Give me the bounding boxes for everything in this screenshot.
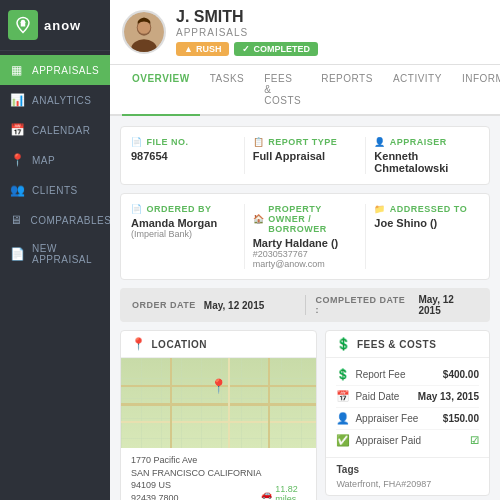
people-info-row: 📄 Ordered By Amanda Morgan (Imperial Ban… — [120, 193, 490, 280]
sidebar-label-clients: Clients — [32, 185, 78, 196]
addressed-to-name: Joe Shino () — [374, 217, 479, 229]
fee-row-paid-date: 📅 Paid Date May 13, 2015 — [336, 386, 479, 408]
appraiser-icon: 👤 — [374, 137, 386, 147]
home-icon: 🏠 — [253, 214, 265, 224]
logo-icon — [8, 10, 38, 40]
fee-name-paid-date: 📅 Paid Date — [336, 390, 399, 403]
tab-bar: Overview Tasks Fees & Costs Reports Acti… — [110, 65, 500, 116]
sidebar: anow ▦ Appraisals 📊 Analytics 📅 Calendar… — [0, 0, 110, 500]
ordered-by-name: Amanda Morgan — [131, 217, 236, 229]
tab-overview[interactable]: Overview — [122, 65, 200, 116]
date-row: Order Date May, 12 2015 Completed Date :… — [120, 288, 490, 322]
main-content: J. SMITH APPRAISALS ▲ RUSH ✓ COMPLETED O… — [110, 0, 500, 500]
map-road-v1 — [170, 358, 172, 448]
avatar — [122, 10, 166, 54]
svg-rect-1 — [21, 23, 26, 27]
fee-amount-paid-date: May 13, 2015 — [418, 391, 479, 402]
map-distance: 🚗 11.82 miles — [261, 484, 306, 500]
folder-icon: 📁 — [374, 204, 386, 214]
comparables-icon: 🖥 — [10, 213, 23, 227]
sidebar-label-calendar: Calendar — [32, 125, 90, 136]
rush-badge: ▲ RUSH — [176, 42, 229, 56]
tab-reports[interactable]: Reports — [311, 65, 383, 116]
fees-column: 💲 Fees & Costs 💲 Report Fee $400.00 — [325, 330, 490, 500]
tab-activity[interactable]: Activity — [383, 65, 452, 116]
clients-icon: 👥 — [10, 183, 24, 197]
sidebar-item-comparables[interactable]: 🖥 Comparables — [0, 205, 110, 235]
status-badges: ▲ RUSH ✓ COMPLETED — [176, 42, 488, 56]
two-col-section: 📍 Location 📍 — [120, 330, 490, 500]
fee-amount-appraiser-paid: ☑ — [470, 435, 479, 446]
appraiser-value: Kenneth Chmetalowski — [374, 150, 479, 174]
tags-label: Tags — [336, 464, 479, 475]
location-card: 📍 Location 📍 — [120, 330, 317, 500]
appraiser-label: 👤 Appraiser — [374, 137, 479, 147]
fee-amount-report: $400.00 — [443, 369, 479, 380]
addressed-to-card: 📁 Addressed To Joe Shino () — [374, 204, 479, 269]
app-logo: anow — [0, 0, 110, 51]
fees-title: Fees & Costs — [357, 339, 436, 350]
map-icon: 📍 — [10, 153, 24, 167]
tab-tasks[interactable]: Tasks — [200, 65, 255, 116]
location-icon: 📍 — [131, 337, 147, 351]
report-type-value: Full Appraisal — [253, 150, 358, 162]
person-subtitle: APPRAISALS — [176, 27, 488, 38]
sidebar-item-clients[interactable]: 👥 Clients — [0, 175, 110, 205]
tab-fees-costs[interactable]: Fees & Costs — [254, 65, 311, 116]
property-owner-phone: #2030537767 — [253, 249, 358, 259]
fees-header: 💲 Fees & Costs — [326, 331, 489, 358]
sidebar-item-calendar[interactable]: 📅 Calendar — [0, 115, 110, 145]
file-info-row: 📄 File No. 987654 📋 Report Type Full App… — [120, 126, 490, 185]
tags-value: Waterfront, FHA#20987 — [336, 479, 479, 489]
appraiser-card: 👤 Appraiser Kenneth Chmetalowski — [374, 137, 479, 174]
order-icon: 📄 — [131, 204, 143, 214]
sidebar-label-appraisals: Appraisals — [32, 65, 99, 76]
fee-name-appraiser: 👤 Appraiser Fee — [336, 412, 418, 425]
map-marker: 📍 — [210, 378, 227, 394]
completed-date-item: Completed Date : May, 12 2015 — [316, 294, 479, 316]
person-name: J. SMITH — [176, 8, 488, 26]
car-icon: 🚗 — [261, 489, 272, 499]
map-info: 1770 Pacific Ave SAN FRANCISCO CALIFORNI… — [121, 448, 316, 500]
calendar-icon: 📅 — [10, 123, 24, 137]
sidebar-nav: ▦ Appraisals 📊 Analytics 📅 Calendar 📍 Ma… — [0, 51, 110, 500]
fee-row-appraiser-paid: ✅ Appraiser Paid ☑ — [336, 430, 479, 451]
location-column: 📍 Location 📍 — [120, 330, 317, 500]
location-header: 📍 Location — [121, 331, 316, 358]
fee-row-report: 💲 Report Fee $400.00 — [336, 364, 479, 386]
completed-badge: ✓ COMPLETED — [234, 42, 318, 56]
map-road-v2 — [228, 358, 230, 448]
sidebar-item-appraisals[interactable]: ▦ Appraisals — [0, 55, 110, 85]
sidebar-label-map: Map — [32, 155, 55, 166]
fees-table: 💲 Report Fee $400.00 📅 Paid Date — [326, 358, 489, 457]
map-container: 📍 — [121, 358, 316, 448]
tags-section: Tags Waterfront, FHA#20987 — [326, 458, 489, 495]
map-road-h2 — [121, 403, 316, 406]
report-type-card: 📋 Report Type Full Appraisal — [253, 137, 358, 174]
sidebar-label-comparables: Comparables — [31, 215, 112, 226]
new-appraisal-icon: 📄 — [10, 247, 24, 261]
check-fee-icon: ✅ — [336, 434, 350, 447]
check-icon: ✓ — [242, 44, 250, 54]
order-date-item: Order Date May, 12 2015 — [132, 300, 295, 311]
tab-information[interactable]: Information — [452, 65, 500, 116]
sidebar-label-new-appraisal: New Appraisal — [32, 243, 100, 265]
ordered-by-card: 📄 Ordered By Amanda Morgan (Imperial Ban… — [131, 204, 236, 269]
sidebar-label-analytics: Analytics — [32, 95, 91, 106]
addressed-to-label: 📁 Addressed To — [374, 204, 479, 214]
fee-row-appraiser: 👤 Appraiser Fee $150.00 — [336, 408, 479, 430]
location-title: Location — [152, 339, 207, 350]
report-icon: 📋 — [253, 137, 265, 147]
fees-card: 💲 Fees & Costs 💲 Report Fee $400.00 — [325, 330, 490, 496]
analytics-icon: 📊 — [10, 93, 24, 107]
fees-icon: 💲 — [336, 337, 352, 351]
map-road-h3 — [121, 421, 316, 423]
property-owner-card: 🏠 Property Owner / Borrower Marty Haldan… — [253, 204, 358, 269]
sidebar-item-new-appraisal[interactable]: 📄 New Appraisal — [0, 235, 110, 273]
map-road-v3 — [268, 358, 270, 448]
sidebar-item-map[interactable]: 📍 Map — [0, 145, 110, 175]
file-icon: 📄 — [131, 137, 143, 147]
file-no-label: 📄 File No. — [131, 137, 236, 147]
order-date-value: May, 12 2015 — [204, 300, 264, 311]
sidebar-item-analytics[interactable]: 📊 Analytics — [0, 85, 110, 115]
